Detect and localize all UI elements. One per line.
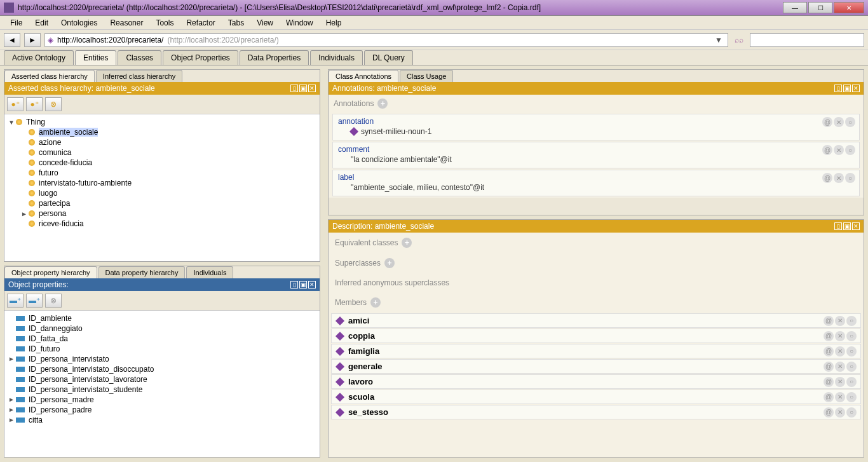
- member-ring-icon[interactable]: ○: [846, 346, 857, 357]
- tab-individuals[interactable]: Individuals: [310, 50, 363, 65]
- panel-view-icon[interactable]: ▯: [834, 85, 842, 92]
- object-property-item[interactable]: ►ID_persona_intervistato: [7, 354, 317, 364]
- class-tree-item[interactable]: comunica: [7, 147, 317, 158]
- object-property-item[interactable]: ►ID_persona_padre: [7, 405, 317, 415]
- tab-classes[interactable]: Classes: [118, 50, 161, 65]
- maximize-button[interactable]: ☐: [808, 2, 832, 13]
- class-tree[interactable]: ▼Thingambiente_socialeazionecomunicaconc…: [4, 114, 320, 261]
- tab-dl-query[interactable]: DL Query: [364, 50, 413, 65]
- panel-view-icon[interactable]: ▯: [834, 222, 842, 230]
- member-item[interactable]: scuola@✕○: [331, 390, 861, 404]
- member-item[interactable]: generale@✕○: [331, 359, 861, 374]
- add-sibling-property-button[interactable]: ▬⁺: [26, 294, 43, 308]
- search-input[interactable]: [750, 33, 864, 47]
- anno-ring-icon[interactable]: ○: [845, 117, 855, 127]
- panel-close-icon[interactable]: ✕: [852, 222, 860, 230]
- back-button[interactable]: ◄: [4, 33, 20, 47]
- object-property-item[interactable]: ID_persona_intervistato_disoccupato: [7, 364, 317, 374]
- menu-edit[interactable]: Edit: [29, 17, 55, 29]
- class-tree-item[interactable]: intervistato-futuro-ambiente: [7, 178, 317, 188]
- anno-ring-icon[interactable]: ○: [845, 173, 855, 183]
- anno-at-icon[interactable]: @: [822, 145, 832, 155]
- anno-delete-icon[interactable]: ✕: [834, 173, 844, 183]
- panel-tab-object-property-hierarchy[interactable]: Object property hierarchy: [4, 266, 97, 278]
- annotation-item[interactable]: comment"la condizione ambientale"@it@✕○: [332, 142, 860, 168]
- object-property-item[interactable]: ►citta: [7, 415, 317, 425]
- anno-ring-icon[interactable]: ○: [845, 145, 855, 155]
- add-sibling-button[interactable]: ●⁺: [26, 97, 43, 111]
- tab-active-ontology[interactable]: Active Ontology: [4, 50, 74, 65]
- menu-tools[interactable]: Tools: [149, 17, 180, 29]
- member-at-icon[interactable]: @: [824, 392, 834, 402]
- member-item[interactable]: amici@✕○: [331, 313, 861, 328]
- member-at-icon[interactable]: @: [824, 377, 834, 387]
- member-delete-icon[interactable]: ✕: [835, 377, 845, 387]
- member-item[interactable]: coppia@✕○: [331, 329, 861, 343]
- panel-tab-class-usage[interactable]: Class Usage: [400, 70, 453, 82]
- member-delete-icon[interactable]: ✕: [835, 407, 845, 418]
- class-tree-root[interactable]: ▼Thing: [7, 117, 317, 127]
- member-ring-icon[interactable]: ○: [846, 362, 857, 372]
- minimize-button[interactable]: —: [783, 2, 807, 13]
- add-members-button[interactable]: +: [370, 297, 381, 308]
- anno-delete-icon[interactable]: ✕: [834, 145, 844, 155]
- member-item[interactable]: famiglia@✕○: [331, 344, 861, 358]
- close-button[interactable]: ✕: [834, 2, 864, 13]
- add-equivalent-classes-button[interactable]: +: [402, 238, 412, 248]
- object-property-item[interactable]: ID_fatta_da: [7, 334, 317, 344]
- class-tree-item[interactable]: partecipa: [7, 198, 317, 208]
- member-at-icon[interactable]: @: [824, 346, 834, 357]
- class-tree-item[interactable]: azione: [7, 137, 317, 147]
- panel-tab-data-property-hierarchy[interactable]: Data property hierarchy: [98, 266, 186, 278]
- anno-at-icon[interactable]: @: [822, 117, 832, 127]
- member-ring-icon[interactable]: ○: [846, 407, 857, 418]
- class-tree-item[interactable]: futuro: [7, 168, 317, 178]
- add-superclasses-button[interactable]: +: [384, 258, 395, 268]
- annotation-item[interactable]: label"ambiente_sociale, milieu, contesto…: [332, 170, 860, 196]
- member-delete-icon[interactable]: ✕: [835, 331, 845, 341]
- menu-refactor[interactable]: Refactor: [180, 17, 221, 29]
- panel-view-icon[interactable]: ▯: [290, 281, 298, 289]
- member-delete-icon[interactable]: ✕: [835, 346, 845, 357]
- member-at-icon[interactable]: @: [824, 316, 834, 326]
- object-property-item[interactable]: ID_danneggiato: [7, 323, 317, 334]
- delete-class-button[interactable]: ⊗: [45, 97, 62, 111]
- member-ring-icon[interactable]: ○: [846, 377, 857, 387]
- tab-object-properties[interactable]: Object Properties: [163, 50, 238, 65]
- panel-close-icon[interactable]: ✕: [308, 85, 316, 92]
- class-tree-item[interactable]: ►persona: [7, 208, 317, 219]
- class-tree-item[interactable]: luogo: [7, 188, 317, 198]
- class-tree-item[interactable]: ambiente_sociale: [7, 127, 317, 137]
- menu-ontologies[interactable]: Ontologies: [55, 17, 104, 29]
- member-ring-icon[interactable]: ○: [846, 316, 857, 326]
- tab-entities[interactable]: Entities: [75, 50, 116, 65]
- panel-view-icon[interactable]: ▯: [290, 85, 298, 92]
- panel-tab-individuals[interactable]: Individuals: [186, 266, 233, 278]
- panel-tab-inferred-class-hierarchy[interactable]: Inferred class hierarchy: [96, 70, 182, 82]
- panel-pin-icon[interactable]: ▣: [843, 85, 851, 92]
- ontology-iri-bar[interactable]: ◈ http://localhost:2020/precarieta/ (htt…: [44, 33, 728, 47]
- menu-window[interactable]: Window: [280, 17, 320, 29]
- member-delete-icon[interactable]: ✕: [835, 316, 845, 326]
- tab-data-properties[interactable]: Data Properties: [240, 50, 309, 65]
- forward-button[interactable]: ►: [24, 33, 41, 47]
- add-annotation-button[interactable]: +: [377, 99, 388, 109]
- member-item[interactable]: lavoro@✕○: [331, 374, 861, 389]
- member-ring-icon[interactable]: ○: [846, 392, 857, 402]
- anno-delete-icon[interactable]: ✕: [834, 117, 844, 127]
- class-tree-item[interactable]: concede-fiducia: [7, 158, 317, 168]
- object-property-item[interactable]: ID_persona_intervistato_lavoratore: [7, 374, 317, 384]
- menu-file[interactable]: File: [4, 17, 29, 29]
- panel-pin-icon[interactable]: ▣: [299, 281, 307, 289]
- panel-close-icon[interactable]: ✕: [308, 281, 316, 289]
- delete-property-button[interactable]: ⊗: [45, 294, 62, 308]
- member-delete-icon[interactable]: ✕: [835, 362, 845, 372]
- member-at-icon[interactable]: @: [824, 407, 834, 418]
- iri-dropdown-icon[interactable]: ▼: [715, 36, 725, 44]
- member-delete-icon[interactable]: ✕: [835, 392, 845, 402]
- object-property-item[interactable]: ►ID_persona_madre: [7, 395, 317, 405]
- object-property-item[interactable]: ID_ambiente: [7, 313, 317, 323]
- member-item[interactable]: se_stesso@✕○: [331, 405, 861, 419]
- panel-tab-asserted-class-hierarchy[interactable]: Asserted class hierarchy: [4, 70, 95, 82]
- search-icon[interactable]: ⌕⌕: [732, 33, 746, 47]
